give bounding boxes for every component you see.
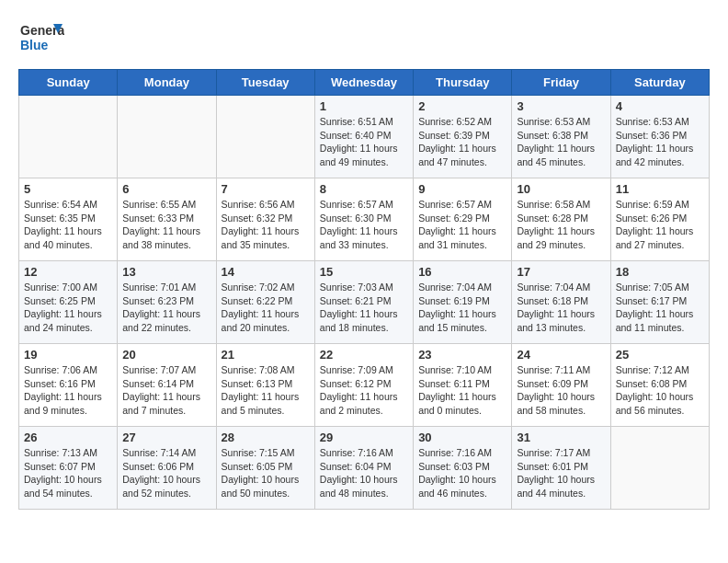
calendar-cell	[118, 96, 216, 178]
logo: GeneralBlue	[18, 18, 64, 60]
day-number: 6	[122, 182, 210, 196]
calendar-cell	[19, 96, 118, 178]
calendar-cell: 1Sunrise: 6:51 AM Sunset: 6:40 PM Daylig…	[314, 96, 413, 178]
calendar-cell: 22Sunrise: 7:09 AM Sunset: 6:12 PM Dayli…	[314, 344, 413, 427]
day-info: Sunrise: 7:05 AM Sunset: 6:17 PM Dayligh…	[616, 281, 704, 335]
day-info: Sunrise: 7:00 AM Sunset: 6:25 PM Dayligh…	[24, 281, 112, 335]
day-number: 19	[24, 348, 112, 362]
calendar-cell: 17Sunrise: 7:04 AM Sunset: 6:18 PM Dayli…	[512, 261, 610, 344]
day-number: 1	[320, 99, 408, 113]
day-info: Sunrise: 6:57 AM Sunset: 6:29 PM Dayligh…	[418, 198, 506, 252]
calendar-cell: 24Sunrise: 7:11 AM Sunset: 6:09 PM Dayli…	[512, 344, 610, 427]
day-info: Sunrise: 7:06 AM Sunset: 6:16 PM Dayligh…	[24, 363, 112, 418]
day-number: 23	[418, 348, 506, 362]
day-number: 3	[517, 99, 605, 113]
day-info: Sunrise: 6:54 AM Sunset: 6:35 PM Dayligh…	[24, 198, 112, 252]
calendar-cell: 21Sunrise: 7:08 AM Sunset: 6:13 PM Dayli…	[216, 344, 314, 427]
calendar-week-row: 19Sunrise: 7:06 AM Sunset: 6:16 PM Dayli…	[19, 344, 710, 427]
day-info: Sunrise: 7:15 AM Sunset: 6:05 PM Dayligh…	[222, 446, 310, 500]
calendar-cell: 8Sunrise: 6:57 AM Sunset: 6:30 PM Daylig…	[314, 178, 413, 261]
day-info: Sunrise: 6:52 AM Sunset: 6:39 PM Dayligh…	[418, 115, 506, 169]
day-info: Sunrise: 6:59 AM Sunset: 6:26 PM Dayligh…	[616, 198, 704, 252]
calendar-cell: 5Sunrise: 6:54 AM Sunset: 6:35 PM Daylig…	[19, 178, 118, 261]
day-info: Sunrise: 7:13 AM Sunset: 6:07 PM Dayligh…	[24, 446, 112, 500]
day-info: Sunrise: 7:07 AM Sunset: 6:14 PM Dayligh…	[122, 363, 210, 418]
day-number: 9	[418, 182, 506, 196]
day-info: Sunrise: 7:04 AM Sunset: 6:18 PM Dayligh…	[517, 281, 605, 335]
day-number: 29	[320, 431, 408, 444]
calendar-cell: 3Sunrise: 6:53 AM Sunset: 6:38 PM Daylig…	[512, 96, 610, 178]
day-number: 14	[222, 265, 310, 279]
calendar-week-row: 12Sunrise: 7:00 AM Sunset: 6:25 PM Dayli…	[19, 261, 710, 344]
calendar-week-row: 5Sunrise: 6:54 AM Sunset: 6:35 PM Daylig…	[19, 178, 710, 261]
day-number: 7	[222, 182, 310, 196]
page-header: GeneralBlue	[18, 18, 710, 60]
day-number: 31	[517, 431, 605, 444]
day-number: 13	[122, 265, 210, 279]
day-number: 18	[616, 265, 704, 279]
day-info: Sunrise: 6:55 AM Sunset: 6:33 PM Dayligh…	[122, 198, 210, 252]
day-info: Sunrise: 7:17 AM Sunset: 6:01 PM Dayligh…	[517, 446, 605, 500]
calendar-cell: 30Sunrise: 7:16 AM Sunset: 6:03 PM Dayli…	[414, 427, 512, 510]
calendar-cell: 20Sunrise: 7:07 AM Sunset: 6:14 PM Dayli…	[118, 344, 216, 427]
day-number: 22	[320, 348, 408, 362]
day-info: Sunrise: 7:08 AM Sunset: 6:13 PM Dayligh…	[222, 363, 310, 418]
day-number: 2	[418, 99, 506, 113]
day-number: 8	[320, 182, 408, 196]
day-info: Sunrise: 6:53 AM Sunset: 6:38 PM Dayligh…	[517, 115, 605, 169]
calendar-cell: 25Sunrise: 7:12 AM Sunset: 6:08 PM Dayli…	[610, 344, 709, 427]
day-info: Sunrise: 7:10 AM Sunset: 6:11 PM Dayligh…	[418, 363, 506, 418]
calendar-cell: 15Sunrise: 7:03 AM Sunset: 6:21 PM Dayli…	[314, 261, 413, 344]
day-info: Sunrise: 6:56 AM Sunset: 6:32 PM Dayligh…	[222, 198, 310, 252]
day-number: 17	[517, 265, 605, 279]
weekday-header: Saturday	[610, 70, 709, 96]
day-number: 15	[320, 265, 408, 279]
day-info: Sunrise: 7:09 AM Sunset: 6:12 PM Dayligh…	[320, 363, 408, 418]
day-info: Sunrise: 7:03 AM Sunset: 6:21 PM Dayligh…	[320, 281, 408, 335]
day-info: Sunrise: 7:16 AM Sunset: 6:04 PM Dayligh…	[320, 446, 408, 500]
calendar-cell: 13Sunrise: 7:01 AM Sunset: 6:23 PM Dayli…	[118, 261, 216, 344]
day-info: Sunrise: 7:01 AM Sunset: 6:23 PM Dayligh…	[122, 281, 210, 335]
day-info: Sunrise: 7:12 AM Sunset: 6:08 PM Dayligh…	[616, 363, 704, 418]
day-info: Sunrise: 6:57 AM Sunset: 6:30 PM Dayligh…	[320, 198, 408, 252]
calendar-cell	[610, 427, 709, 510]
day-number: 26	[24, 431, 112, 444]
calendar-cell: 14Sunrise: 7:02 AM Sunset: 6:22 PM Dayli…	[216, 261, 314, 344]
day-info: Sunrise: 7:02 AM Sunset: 6:22 PM Dayligh…	[222, 281, 310, 335]
day-number: 30	[418, 431, 506, 444]
weekday-header: Thursday	[414, 70, 512, 96]
day-info: Sunrise: 7:16 AM Sunset: 6:03 PM Dayligh…	[418, 446, 506, 500]
calendar-cell: 28Sunrise: 7:15 AM Sunset: 6:05 PM Dayli…	[216, 427, 314, 510]
day-info: Sunrise: 6:58 AM Sunset: 6:28 PM Dayligh…	[517, 198, 605, 252]
day-number: 12	[24, 265, 112, 279]
calendar-cell: 26Sunrise: 7:13 AM Sunset: 6:07 PM Dayli…	[19, 427, 118, 510]
calendar-cell: 11Sunrise: 6:59 AM Sunset: 6:26 PM Dayli…	[610, 178, 709, 261]
calendar-cell: 29Sunrise: 7:16 AM Sunset: 6:04 PM Dayli…	[314, 427, 413, 510]
day-info: Sunrise: 7:14 AM Sunset: 6:06 PM Dayligh…	[122, 446, 210, 500]
calendar-cell: 18Sunrise: 7:05 AM Sunset: 6:17 PM Dayli…	[610, 261, 709, 344]
day-number: 11	[616, 182, 704, 196]
day-number: 16	[418, 265, 506, 279]
svg-text:Blue: Blue	[20, 38, 49, 52]
calendar-week-row: 1Sunrise: 6:51 AM Sunset: 6:40 PM Daylig…	[19, 96, 710, 178]
logo-svg: GeneralBlue	[18, 18, 64, 60]
calendar-cell: 31Sunrise: 7:17 AM Sunset: 6:01 PM Dayli…	[512, 427, 610, 510]
weekday-header-row: SundayMondayTuesdayWednesdayThursdayFrid…	[19, 70, 710, 96]
day-info: Sunrise: 7:11 AM Sunset: 6:09 PM Dayligh…	[517, 363, 605, 418]
day-number: 5	[24, 182, 112, 196]
day-info: Sunrise: 6:53 AM Sunset: 6:36 PM Dayligh…	[616, 115, 704, 169]
weekday-header: Monday	[118, 70, 216, 96]
calendar-cell: 16Sunrise: 7:04 AM Sunset: 6:19 PM Dayli…	[414, 261, 512, 344]
calendar-cell: 2Sunrise: 6:52 AM Sunset: 6:39 PM Daylig…	[414, 96, 512, 178]
calendar-cell: 10Sunrise: 6:58 AM Sunset: 6:28 PM Dayli…	[512, 178, 610, 261]
calendar-cell: 4Sunrise: 6:53 AM Sunset: 6:36 PM Daylig…	[610, 96, 709, 178]
calendar-cell: 9Sunrise: 6:57 AM Sunset: 6:29 PM Daylig…	[414, 178, 512, 261]
day-number: 21	[222, 348, 310, 362]
weekday-header: Sunday	[19, 70, 118, 96]
calendar-table: SundayMondayTuesdayWednesdayThursdayFrid…	[18, 69, 710, 510]
day-number: 25	[616, 348, 704, 362]
day-number: 27	[122, 431, 210, 444]
day-info: Sunrise: 6:51 AM Sunset: 6:40 PM Dayligh…	[320, 115, 408, 169]
day-info: Sunrise: 7:04 AM Sunset: 6:19 PM Dayligh…	[418, 281, 506, 335]
calendar-cell: 12Sunrise: 7:00 AM Sunset: 6:25 PM Dayli…	[19, 261, 118, 344]
